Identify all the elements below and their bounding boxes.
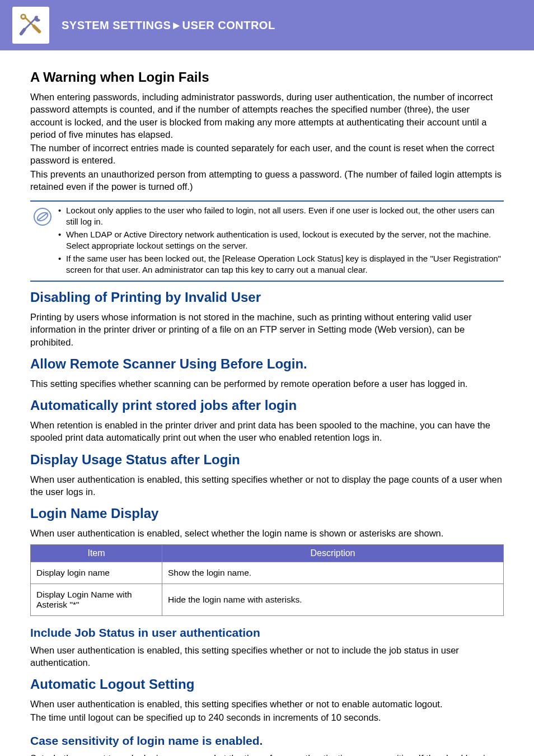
note-icon (30, 205, 55, 226)
table-cell: Hide the login name with asterisks. (162, 584, 504, 615)
paragraph: When user authentication is enabled, sel… (30, 527, 504, 539)
table-row: Display login name Show the login name. (31, 562, 504, 584)
paragraph: When user authentication is enabled, thi… (30, 644, 504, 669)
breadcrumb-page: USER CONTROL (182, 19, 275, 31)
paragraph: When entering passwords, including admin… (30, 91, 504, 141)
note-item: If the same user has been locked out, th… (58, 253, 504, 275)
heading-disable-printing[interactable]: Disabling of Printing by Invalid User (30, 290, 504, 305)
svg-line-3 (38, 213, 48, 221)
breadcrumb-separator-icon: ► (171, 19, 182, 31)
login-name-display-table: Item Description Display login name Show… (30, 544, 504, 616)
paragraph: When retention is enabled in the printer… (30, 419, 504, 444)
svg-point-0 (21, 15, 26, 19)
heading-warning-login-fails: A Warning when Login Fails (30, 69, 504, 85)
heading-automatic-logout[interactable]: Automatic Logout Setting (30, 676, 504, 692)
heading-include-job-status[interactable]: Include Job Status in user authenticatio… (30, 626, 504, 640)
paragraph: When user authentication is enabled, thi… (30, 698, 504, 710)
heading-login-name-display[interactable]: Login Name Display (30, 506, 504, 521)
heading-auto-print-stored[interactable]: Automatically print stored jobs after lo… (30, 398, 504, 413)
paragraph: This prevents an unauthorized person fro… (30, 168, 504, 193)
note-list: Lockout only applies to the user who fai… (55, 205, 504, 277)
note-block: Lockout only applies to the user who fai… (30, 202, 504, 282)
paragraph: Printing by users whose information is n… (30, 311, 504, 348)
table-row: Display Login Name with Asterisk "*" Hid… (31, 584, 504, 615)
paragraph: The time until logout can be specified u… (30, 711, 504, 724)
settings-tools-icon (12, 7, 49, 44)
note-item: When LDAP or Active Directory network au… (58, 229, 504, 251)
table-header-item: Item (31, 544, 162, 562)
breadcrumb-section: SYSTEM SETTINGS (62, 19, 171, 31)
page-content: A Warning when Login Fails When entering… (0, 50, 534, 756)
heading-allow-remote-scanner[interactable]: Allow Remote Scanner Using Before Login. (30, 356, 504, 372)
breadcrumb: SYSTEM SETTINGS►USER CONTROL (62, 19, 275, 32)
paragraph: When user authentication is enabled, thi… (30, 473, 504, 498)
paragraph: This setting specifies whether scanning … (30, 377, 504, 390)
page-header: SYSTEM SETTINGS►USER CONTROL (0, 0, 534, 50)
paragraph: The number of incorrect entries made is … (30, 142, 504, 167)
heading-case-sensitivity[interactable]: Case sensitivity of login name is enable… (30, 734, 504, 748)
note-item: Lockout only applies to the user who fai… (58, 205, 504, 227)
table-cell: Show the login name. (162, 562, 504, 584)
table-cell: Display Login Name with Asterisk "*" (31, 584, 162, 615)
table-header-description: Description (162, 544, 504, 562)
heading-display-usage-status[interactable]: Display Usage Status after Login (30, 452, 504, 468)
paragraph: Set whether or not to make login names u… (30, 752, 504, 756)
table-cell: Display login name (31, 562, 162, 584)
text: Set whether or not to make login names u… (30, 753, 490, 756)
